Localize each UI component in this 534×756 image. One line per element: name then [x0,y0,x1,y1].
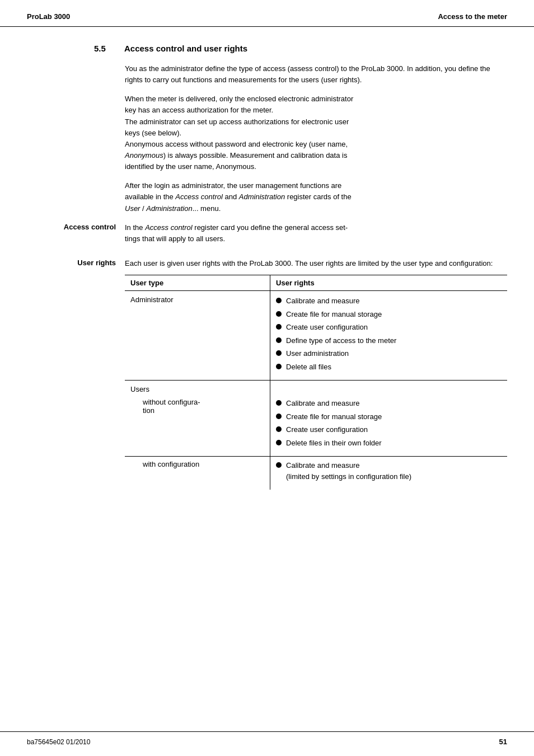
footer-doc-ref: ba75645e02 01/2010 [27,738,90,746]
access-control-section: Access control In the Access control reg… [27,222,507,245]
header-left: ProLab 3000 [27,12,70,21]
access-control-label: Access control [27,222,125,245]
user-rights-users-empty [270,381,507,396]
bullet-icon [276,400,282,406]
user-rights-section: User rights Each user is given user righ… [27,258,507,269]
admin-rights-list: Calibrate and measure Create file for ma… [276,295,502,372]
right-label: Define type of access to the meter [286,335,396,346]
section-heading: 5.5 Access control and user rights [94,44,507,53]
main-content: 5.5 Access control and user rights You a… [0,27,534,731]
italic-administration-2: Administration [146,204,192,213]
table-row-administrator: Administrator Calibrate and measure Crea… [125,291,507,381]
table-row-without-config: without configura-tion Calibrate and mea… [125,396,507,457]
footer-page-number: 51 [499,738,507,746]
italic-anonymous: Anonymous [125,151,163,159]
user-type-users: Users [125,381,270,396]
access-control-content: In the Access control register card you … [125,222,507,245]
list-item: Create user configuration [276,424,502,435]
bullet-icon [276,440,282,445]
user-rights-administrator: Calibrate and measure Create file for ma… [270,291,507,381]
right-label: Calibrate and measure (limited by settin… [286,460,411,482]
bullet-icon [276,324,282,330]
user-rights-label: User rights [27,258,125,269]
section-title: Access control and user rights [124,44,247,53]
user-type-without-config: without configura-tion [125,396,270,457]
col-header-user-rights: User rights [270,275,507,291]
bullet-icon [276,426,282,432]
paragraph-3: After the login as administrator, the us… [125,180,507,214]
bullet-icon [276,462,282,468]
list-item: Delete files in their own folder [276,438,502,449]
italic-user: User [125,204,140,213]
bullet-icon [276,364,282,369]
with-config-rights-list: Calibrate and measure (limited by settin… [276,460,502,482]
bullet-icon [276,350,282,356]
without-config-rights-list: Calibrate and measure Create file for ma… [276,398,502,448]
user-rights-without-config: Calibrate and measure Create file for ma… [270,396,507,457]
list-item: Create file for manual storage [276,309,502,320]
table-header-row: User type User rights [125,275,507,291]
right-label: Delete files in their own folder [286,438,382,449]
right-label: Calibrate and measure [286,295,360,307]
italic-access-control-2: Access control [145,223,193,232]
page-header: ProLab 3000 Access to the meter [0,0,534,27]
bullet-icon [276,414,282,419]
list-item: Define type of access to the meter [276,335,502,346]
page: ProLab 3000 Access to the meter 5.5 Acce… [0,0,534,756]
right-label: User administration [286,348,349,359]
right-label: Delete all files [286,361,331,373]
list-item: Create user configuration [276,322,502,333]
col-header-user-type: User type [125,275,270,291]
paragraph-2: When the meter is delivered, only the en… [125,93,507,172]
user-type-administrator: Administrator [125,291,270,381]
right-label: Create user configuration [286,322,368,333]
user-rights-table: User type User rights Administrator Cali… [125,275,507,490]
bullet-icon [276,298,282,303]
header-right: Access to the meter [438,12,507,21]
bullet-icon [276,337,282,343]
user-rights-with-config: Calibrate and measure (limited by settin… [270,457,507,490]
right-label: Calibrate and measure [286,398,360,409]
user-rights-intro: Each user is given user rights with the … [125,258,507,269]
table-row-users: Users [125,381,507,396]
bullet-icon [276,311,282,317]
italic-access-control: Access control [175,192,223,201]
list-item: User administration [276,348,502,359]
list-item: Calibrate and measure [276,295,502,307]
user-type-with-config: with configuration [125,457,270,490]
paragraph-1: You as the administrator define the type… [125,63,507,86]
italic-administration: Administration [239,192,285,201]
list-item: Delete all files [276,361,502,373]
right-label: Create user configuration [286,424,368,435]
list-item: Calibrate and measure (limited by settin… [276,460,502,482]
table-row-with-config: with configuration Calibrate and measure… [125,457,507,490]
page-footer: ba75645e02 01/2010 51 [0,731,534,756]
right-label: Create file for manual storage [286,411,382,422]
section-number: 5.5 [94,44,111,53]
list-item: Create file for manual storage [276,411,502,422]
right-label: Create file for manual storage [286,309,382,320]
list-item: Calibrate and measure [276,398,502,409]
